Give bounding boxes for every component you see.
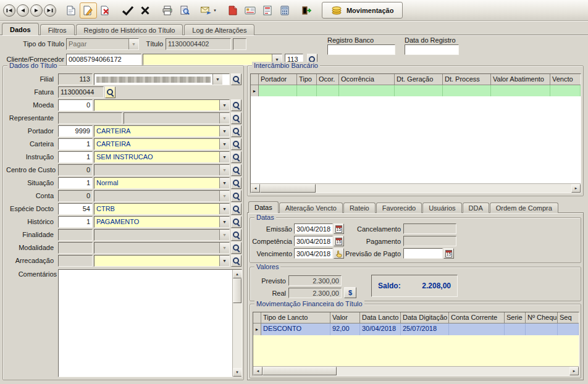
instrucao-combo[interactable]: SEM INSTRUCAO▼: [94, 151, 230, 163]
modalidade-search-button[interactable]: [231, 242, 242, 254]
carteira-code-field[interactable]: 1: [58, 138, 93, 150]
subtab-rateio[interactable]: Rateio: [343, 202, 376, 213]
arrecadacao-search-button[interactable]: [231, 255, 242, 267]
tab-dados[interactable]: Dados: [2, 23, 39, 35]
tab-log-alteracoes[interactable]: Log de Alterações: [184, 24, 254, 35]
scroll-right-icon[interactable]: ►: [569, 367, 579, 375]
centro-custo-search-button[interactable]: [231, 164, 242, 176]
intercambio-hscroll[interactable]: ◄ ►: [251, 183, 581, 193]
subtab-favorecido[interactable]: Favorecido: [376, 202, 422, 213]
col-conta-corrente[interactable]: Conta Corrente: [449, 312, 505, 323]
movimentacao-button[interactable]: Movimentação: [322, 2, 403, 19]
dropdown-arrow-icon[interactable]: ▼: [128, 39, 138, 49]
filial-combo[interactable]: ▼: [94, 73, 230, 85]
nav-next-button[interactable]: [30, 4, 43, 17]
previsto-field[interactable]: 2.300,00: [288, 275, 342, 286]
subtab-usuarios[interactable]: Usuários: [422, 202, 461, 213]
dropdown-arrow-icon[interactable]: ▼: [219, 204, 229, 214]
historico-combo[interactable]: PAGAMENTO▼: [94, 216, 230, 228]
tab-filtros[interactable]: Filtros: [40, 24, 75, 35]
filial-code-field[interactable]: 113: [58, 73, 93, 85]
col-data-lancto[interactable]: Data Lancto: [360, 312, 401, 323]
scroll-right-icon[interactable]: ►: [571, 184, 581, 193]
cliente-code-field[interactable]: 00085794066172: [66, 54, 141, 65]
exit-button[interactable]: [298, 2, 316, 19]
nav-last-button[interactable]: [44, 4, 56, 17]
col-tipo[interactable]: Tipo: [297, 74, 317, 85]
nav-prev-button[interactable]: [17, 4, 29, 17]
contact-card-button[interactable]: [242, 2, 259, 19]
arrecadacao-code-field[interactable]: [58, 255, 93, 267]
data-registro-field[interactable]: [405, 44, 459, 55]
dropdown-arrow-icon[interactable]: ▼: [219, 191, 229, 201]
comentarios-vscroll[interactable]: ▲ ▼: [232, 270, 242, 377]
situacao-code-field[interactable]: 1: [58, 177, 93, 189]
dropdown-arrow-icon[interactable]: ▼: [219, 126, 229, 136]
arrecadacao-combo[interactable]: ▼: [94, 255, 230, 267]
especie-docto-combo[interactable]: CTRB▼: [94, 203, 230, 215]
intercambio-empty-row[interactable]: ►: [251, 85, 581, 96]
col-tipo-lancto[interactable]: Tipo de Lancto: [261, 312, 330, 323]
situacao-search-button[interactable]: [231, 177, 242, 189]
comentarios-textarea[interactable]: ▲ ▼: [58, 269, 242, 377]
dropdown-arrow-icon[interactable]: ▼: [219, 139, 229, 149]
emissao-field[interactable]: 30/04/2018: [294, 223, 333, 234]
print-preview-button[interactable]: [176, 2, 193, 19]
competencia-field[interactable]: 30/04/2018: [294, 236, 333, 246]
conta-code-field[interactable]: 0: [58, 190, 93, 202]
moeda-code-field[interactable]: 0: [58, 99, 93, 111]
finalidade-combo[interactable]: ▼: [94, 229, 230, 241]
col-ocor[interactable]: Ocor.: [317, 74, 339, 85]
cancel-button[interactable]: [136, 2, 154, 19]
especie-docto-code-field[interactable]: 54: [58, 203, 93, 215]
real-field[interactable]: 2.300,00: [288, 288, 342, 298]
modalidade-code-field[interactable]: [58, 242, 93, 254]
dropdown-arrow-icon[interactable]: ▼: [219, 256, 229, 266]
modalidade-combo[interactable]: ▼: [94, 242, 230, 254]
calculator-button[interactable]: [276, 2, 293, 19]
finalidade-search-button[interactable]: [231, 229, 242, 241]
dropdown-arrow-icon[interactable]: ▼: [219, 152, 229, 162]
finalidade-code-field[interactable]: [58, 229, 93, 241]
carteira-search-button[interactable]: [231, 138, 242, 150]
representante-code-field[interactable]: [58, 112, 122, 124]
carteira-combo[interactable]: CARTEIRA▼: [94, 138, 230, 150]
moeda-combo[interactable]: ▼: [94, 99, 230, 111]
dropdown-arrow-icon[interactable]: ▼: [219, 100, 229, 111]
col-ocorrencia[interactable]: Ocorrência: [339, 74, 395, 85]
moeda-search-button[interactable]: [231, 99, 242, 111]
dropdown-arrow-icon[interactable]: ▼: [219, 243, 229, 253]
portador-combo[interactable]: CARTEIRA▼: [94, 125, 230, 137]
print-button[interactable]: [159, 2, 176, 19]
historico-search-button[interactable]: [231, 216, 242, 228]
col-valor-abatimento[interactable]: Valor Abatimento: [491, 74, 550, 85]
filial-search-button[interactable]: [231, 73, 242, 85]
dropdown-arrow-icon[interactable]: ▼: [219, 217, 229, 227]
registro-banco-field[interactable]: [327, 44, 395, 55]
tab-registro-historico[interactable]: Registro de Histórico do Título: [76, 24, 183, 35]
receipt-button[interactable]: [259, 2, 276, 19]
previsao-calendar-button[interactable]: 15: [443, 248, 454, 259]
send-button[interactable]: ▼: [198, 2, 219, 19]
scroll-thumb[interactable]: [233, 278, 242, 303]
fatura-field[interactable]: 113000044: [58, 86, 104, 98]
scroll-thumb[interactable]: [262, 367, 337, 375]
portador-search-button[interactable]: [231, 125, 242, 137]
col-data-digitacao[interactable]: Data Digitação: [401, 312, 449, 323]
instrucao-search-button[interactable]: [231, 151, 242, 163]
scroll-down-icon[interactable]: ▼: [233, 368, 242, 377]
col-seq[interactable]: Seq: [558, 312, 579, 323]
dropdown-arrow-icon[interactable]: ▼: [219, 230, 229, 240]
subtab-datas[interactable]: Datas: [248, 201, 279, 213]
scroll-left-icon[interactable]: ◄: [251, 184, 260, 193]
titulo-field[interactable]: 11300004402: [166, 38, 231, 50]
col-dt-process[interactable]: Dt. Process: [443, 74, 491, 85]
new-record-button[interactable]: [62, 2, 80, 19]
col-portador[interactable]: Portador: [259, 74, 297, 85]
export-pdf-button[interactable]: [224, 2, 242, 19]
cancelamento-field[interactable]: [403, 223, 456, 234]
mov-table-row[interactable]: ► DESCONTO 92,00 30/04/2018 25/07/2018: [253, 323, 579, 335]
col-vencto[interactable]: Vencto: [550, 74, 581, 85]
col-dt-geracao[interactable]: Dt. Geração: [395, 74, 443, 85]
historico-code-field[interactable]: 1: [58, 216, 93, 228]
